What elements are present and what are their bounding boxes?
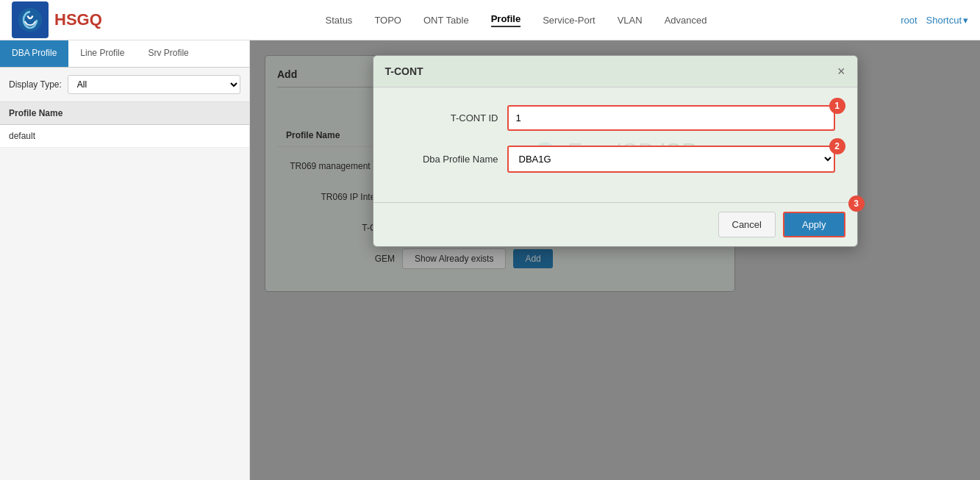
- tcont-id-input[interactable]: [507, 105, 835, 131]
- modal-tcont-id-row: T-CONT ID 1: [396, 105, 835, 131]
- modal-dba-label: Dba Profile Name: [396, 154, 498, 165]
- nav-service-port[interactable]: Service-Port: [543, 15, 595, 26]
- modal-dba-row: Dba Profile Name DBA1G DBA2G DBA4G 2: [396, 146, 835, 173]
- logo-icon: [12, 1, 49, 38]
- step-2-badge: 2: [829, 138, 845, 154]
- tab-line-profile[interactable]: Line Profile: [68, 40, 136, 67]
- tab-bar: DBA Profile Line Profile Srv Profile: [0, 40, 249, 68]
- top-nav: HSGQ Status TOPO ONT Table Profile Servi…: [0, 0, 980, 40]
- nav-status[interactable]: Status: [326, 15, 353, 26]
- cancel-button[interactable]: Cancel: [718, 212, 776, 237]
- display-type-select[interactable]: All: [68, 75, 240, 94]
- step-1-badge: 1: [829, 98, 845, 114]
- nav-user: root: [901, 15, 917, 26]
- modal-footer: Cancel Apply 3: [373, 202, 857, 246]
- tcont-modal: T-CONT × ForoISP ISP T-CONT ID: [373, 55, 858, 247]
- step-3-badge: 3: [848, 196, 865, 212]
- nav-advanced[interactable]: Advanced: [665, 15, 707, 26]
- nav-topo[interactable]: TOPO: [374, 15, 401, 26]
- main-area: DBA Profile Line Profile Srv Profile Dis…: [0, 40, 980, 480]
- filter-row: Display Type: All: [0, 68, 249, 102]
- modal-header: T-CONT ×: [373, 56, 857, 87]
- modal-title: T-CONT: [385, 65, 423, 77]
- nav-ont-table[interactable]: ONT Table: [423, 15, 469, 26]
- apply-button[interactable]: Apply: [783, 212, 845, 237]
- logo-area: HSGQ: [12, 1, 102, 38]
- logo-text: HSGQ: [54, 10, 102, 29]
- modal-close-button[interactable]: ×: [837, 65, 845, 78]
- modal-tcont-id-label: T-CONT ID: [396, 112, 498, 123]
- profile-name-header: Profile Name: [0, 102, 249, 125]
- nav-right: root Shortcut ▾: [901, 15, 968, 26]
- filter-label: Display Type:: [9, 79, 62, 90]
- tab-srv-profile[interactable]: Srv Profile: [136, 40, 200, 67]
- nav-vlan[interactable]: VLAN: [618, 15, 643, 26]
- dba-profile-select[interactable]: DBA1G DBA2G DBA4G: [507, 146, 835, 173]
- chevron-down-icon: ▾: [963, 15, 968, 26]
- modal-body: ForoISP ISP T-CONT ID 1 Dba Pr: [373, 87, 857, 202]
- nav-profile[interactable]: Profile: [491, 13, 521, 27]
- nav-shortcut[interactable]: Shortcut ▾: [926, 15, 968, 26]
- modal-overlay: T-CONT × ForoISP ISP T-CONT ID: [250, 40, 980, 480]
- left-panel: DBA Profile Line Profile Srv Profile Dis…: [0, 40, 250, 480]
- tab-dba-profile[interactable]: DBA Profile: [0, 40, 68, 67]
- nav-links: Status TOPO ONT Table Profile Service-Po…: [132, 13, 901, 27]
- right-panel: Add × Setting Add Profile Name View Deta…: [250, 40, 980, 480]
- list-item[interactable]: default: [0, 125, 249, 148]
